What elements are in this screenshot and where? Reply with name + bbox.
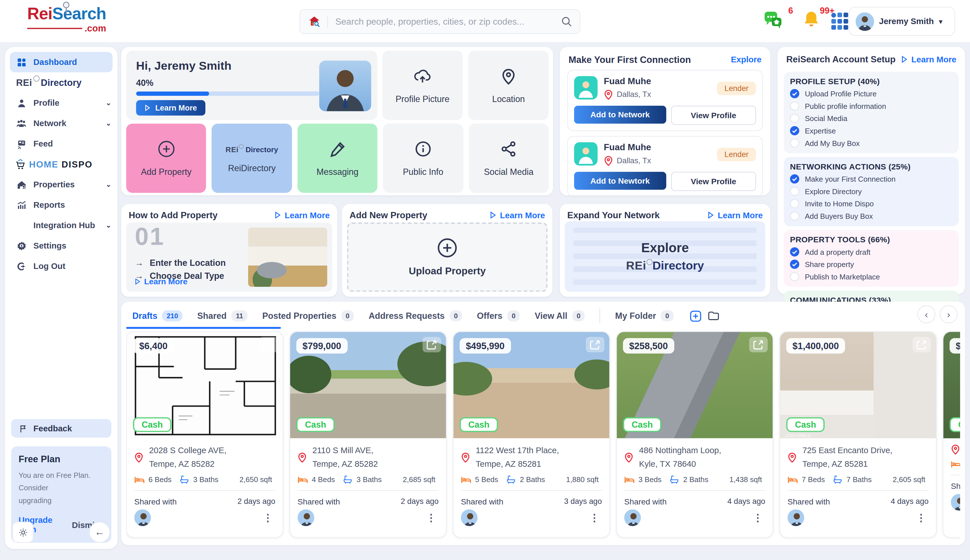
property-card[interactable]: $495,990Cash1122 West 17th Place,Tempe, … [453,331,610,538]
sidebar-item-reports[interactable]: Reports [5,195,117,215]
tab-address-requests[interactable]: Address Requests0 [369,310,462,322]
setup-checklist-item[interactable]: Upload Profile Picture [790,89,953,98]
tab-offers[interactable]: Offers0 [477,310,520,322]
card-menu-button[interactable]: ⋮ [260,512,275,523]
profile-icon [16,98,27,108]
share-property-icon[interactable] [423,337,441,353]
sidebar-item-log-out[interactable]: Log Out [5,256,117,276]
quick-tile-public-info[interactable]: Public Info [383,123,463,193]
property-sqft-label: 2,605 sqft [893,475,925,484]
greeting-photo [319,61,371,112]
sidebar-item-network[interactable]: Network⌄ [5,113,117,133]
tab-drafts[interactable]: Drafts210 [132,310,182,322]
card-menu-button[interactable]: ⋮ [587,512,602,523]
collapse-sidebar-button[interactable]: ← [89,522,110,543]
setup-item-label: Add My Buy Box [805,139,860,148]
setup-checklist-item[interactable]: Add a property draft [790,247,953,257]
magnifier-logo-icon [61,1,71,15]
sidebar-item-feed[interactable]: Feed [5,133,117,154]
location-pin-icon [499,67,518,85]
quick-tile-location[interactable]: Location [468,51,549,120]
notifications-button[interactable]: 99+ [803,10,819,28]
setup-checklist-item[interactable]: Share property [790,260,953,269]
sidebar-item-profile[interactable]: Profile⌄ [5,93,117,113]
setup-checklist-item[interactable]: Public profile information [790,102,953,111]
shared-time: 4 days ago [891,497,928,507]
sidebar-brand-rei-directory[interactable]: REiDirectory [5,72,117,93]
reisearch-logo[interactable]: ReiSearch .com [27,6,106,33]
setup-item-label: Share property [805,260,854,269]
user-avatar [855,12,874,31]
explore-directory-preview[interactable]: Explore REiDirectory [565,221,765,292]
setup-checklist-item[interactable]: Invite to Home Dispo [790,199,953,208]
explore-link[interactable]: Explore [731,55,761,64]
messages-button[interactable]: 6 [764,10,784,30]
tab-shared[interactable]: Shared11 [197,310,248,322]
search-input[interactable] [334,16,555,27]
location-pin-icon [788,444,797,470]
add-folder-button[interactable] [689,310,701,322]
tab-my-folder[interactable]: My Folder0 [615,310,674,322]
tab-posted-properties[interactable]: Posted Properties0 [263,310,354,322]
card-menu-button[interactable]: ⋮ [914,512,928,523]
share-property-icon[interactable] [586,337,604,353]
view-profile-button[interactable]: View Profile [671,172,756,191]
how-to-learn-more[interactable]: Learn More [275,210,330,220]
setup-checklist-item[interactable]: Add Buyers Buy Box [790,212,953,221]
upload-property-dropzone[interactable]: Upload Property [347,222,548,292]
cards-prev-button[interactable]: ‹ [918,305,935,323]
folder-icon[interactable] [707,311,719,321]
property-card[interactable]: $258,500Cash486 Nottingham Loop,Kyle, TX… [616,331,773,538]
property-baths: 3 Baths [343,475,382,484]
explore-overlay-title: Explore [641,240,689,255]
quick-tile-messaging[interactable]: Messaging [298,123,378,193]
account-setup-learn-more[interactable]: Learn More [901,55,957,64]
add-new-learn-more[interactable]: Learn More [490,210,545,220]
sidebar-item-label: Integration Hub [33,221,99,230]
search-icon[interactable] [561,16,572,27]
cards-scroll-indicator[interactable] [126,327,281,329]
property-card[interactable]: $799,000Cash2110 S Mill AVE,Tempe, AZ 85… [289,331,447,538]
theme-toggle-button[interactable] [12,522,33,543]
tab-count-badge: 0 [572,310,585,322]
sidebar-item-settings[interactable]: Settings [5,235,117,256]
sidebar-item-dashboard[interactable]: Dashboard [10,52,113,72]
quick-tile-reidirectory[interactable]: REi DirectoryReiDirectory [212,123,292,193]
setup-checklist-item[interactable]: Expertise [790,126,953,135]
share-property-icon[interactable] [749,337,768,353]
share-property-icon[interactable] [912,337,931,353]
add-to-network-button[interactable]: Add to Network [574,106,666,123]
sidebar-item-integration-hub[interactable]: Integration Hub⌄ [5,215,117,235]
property-card[interactable]: $1,400,000Cash2025 ARMLS725 East Encanto… [779,331,937,538]
setup-checklist-item[interactable]: Add My Buy Box [790,138,953,148]
expand-learn-more[interactable]: Learn More [708,210,763,220]
tab-view-all[interactable]: View All0 [535,310,585,322]
card-menu-button[interactable]: ⋮ [424,512,438,523]
share-property-icon[interactable] [259,337,278,353]
sidebar-item-properties[interactable]: Properties⌄ [5,174,117,195]
quick-tile-profile-picture[interactable]: Profile Picture [382,51,463,120]
property-card[interactable]: $6,400Cash2028 S College AVE,Tempe, AZ 8… [126,331,283,538]
property-photo: $6,400Cash [127,332,283,438]
setup-checklist-item[interactable]: Publish to Marketplace [790,272,953,282]
user-menu[interactable]: Jeremy Smith ▾ [849,7,955,36]
shared-time: 3 days ago [564,497,602,507]
cards-next-button[interactable]: › [940,305,958,323]
property-card[interactable]: $CashShared with⋮ [943,331,960,538]
feedback-button[interactable]: Feedback [11,419,111,438]
quick-tile-add-property[interactable]: Add Property [126,123,206,193]
card-menu-button[interactable]: ⋮ [751,512,765,523]
apps-grid-button[interactable] [830,12,849,30]
view-profile-button[interactable]: View Profile [671,106,756,125]
greeting-learn-more-button[interactable]: Learn More [136,100,206,116]
quick-tile-social-media[interactable]: Social Media [468,123,549,193]
setup-checklist-item[interactable]: Social Media [790,113,953,123]
sidebar-brand-home-dispo[interactable]: HOMEDISPO [5,154,117,174]
how-to-inner-learn-more[interactable]: Learn More [135,277,187,286]
property-beds: 6 Beds [134,475,172,484]
add-to-network-button[interactable]: Add to Newtork [574,172,666,190]
setup-checklist-item[interactable]: Make your First Connection [790,174,953,183]
setup-checklist-item[interactable]: Explore Directory [790,187,953,196]
property-address-line2: Tempe, AZ 85281 [476,457,559,470]
checked-circle-icon [790,260,799,269]
